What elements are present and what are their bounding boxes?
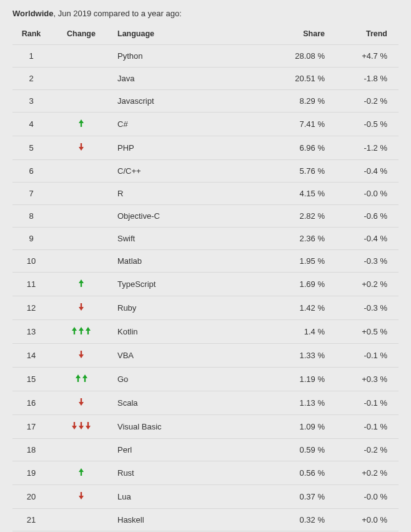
- language-cell: Python: [112, 45, 267, 68]
- change-cell: [50, 205, 112, 228]
- trend-cell: +0.3 %: [336, 368, 399, 391]
- language-cell: VBA: [112, 344, 267, 368]
- share-cell: 0.59 %: [267, 439, 336, 461]
- change-cell: [50, 273, 112, 296]
- share-cell: 8.29 %: [267, 90, 336, 113]
- language-cell: Javascript: [112, 90, 267, 113]
- share-cell: 1.4 %: [267, 320, 336, 344]
- language-cell: Go: [112, 368, 267, 391]
- share-cell: 0.56 %: [267, 461, 336, 485]
- share-cell: 1.19 %: [267, 368, 336, 391]
- rank-cell: 16: [12, 391, 50, 415]
- trend-cell: -0.4 %: [336, 228, 399, 250]
- change-cell: [50, 45, 112, 68]
- language-cell: PHP: [112, 136, 267, 160]
- change-cell: [50, 320, 112, 344]
- language-cell: Objective-C: [112, 205, 267, 228]
- trend-cell: -0.1 %: [336, 391, 399, 415]
- language-cell: TypeScript: [112, 273, 267, 296]
- table-row: 20Lua0.37 %-0.0 %: [12, 485, 399, 509]
- arrow-down-icon: [78, 491, 84, 500]
- rank-cell: 11: [12, 273, 50, 296]
- language-cell: Scala: [112, 391, 267, 415]
- change-cell: [50, 183, 112, 205]
- change-cell: [50, 485, 112, 509]
- table-row: 15Go1.19 %+0.3 %: [12, 368, 399, 391]
- share-cell: 20.51 %: [267, 68, 336, 90]
- change-cell: [50, 250, 112, 273]
- rank-cell: 13: [12, 320, 50, 344]
- change-cell: [50, 439, 112, 461]
- col-header-rank: Rank: [12, 23, 50, 45]
- col-header-share: Share: [267, 23, 336, 45]
- rank-cell: 10: [12, 250, 50, 273]
- table-row: 14VBA1.33 %-0.1 %: [12, 344, 399, 368]
- arrow-up-icon: [78, 119, 84, 128]
- trend-cell: -0.2 %: [336, 439, 399, 461]
- table-row: 8Objective-C2.82 %-0.6 %: [12, 205, 399, 228]
- rank-cell: 20: [12, 485, 50, 509]
- share-cell: 2.36 %: [267, 228, 336, 250]
- trend-cell: +0.0 %: [336, 509, 399, 531]
- share-cell: 0.32 %: [267, 509, 336, 531]
- table-caption: Worldwide, Jun 2019 compared to a year a…: [12, 9, 399, 18]
- language-cell: C#: [112, 113, 267, 136]
- trend-cell: -0.1 %: [336, 415, 399, 439]
- share-cell: 28.08 %: [267, 45, 336, 68]
- share-cell: 1.42 %: [267, 296, 336, 320]
- trend-cell: -0.3 %: [336, 250, 399, 273]
- arrow-up-icon: [75, 374, 88, 383]
- scope-rest: , Jun 2019 compared to a year ago:: [53, 9, 181, 18]
- rank-cell: 17: [12, 415, 50, 439]
- table-row: 1Python28.08 %+4.7 %: [12, 45, 399, 68]
- arrow-down-icon: [78, 303, 84, 311]
- change-cell: [50, 68, 112, 90]
- rank-cell: 4: [12, 113, 50, 136]
- trend-cell: -0.2 %: [336, 90, 399, 113]
- share-cell: 0.37 %: [267, 485, 336, 509]
- arrow-up-icon: [78, 279, 84, 288]
- trend-cell: -0.0 %: [336, 183, 399, 205]
- scope-bold: Worldwide: [12, 9, 53, 18]
- share-cell: 7.41 %: [267, 113, 336, 136]
- share-cell: 4.15 %: [267, 183, 336, 205]
- rank-cell: 2: [12, 68, 50, 90]
- table-row: 13Kotlin1.4 %+0.5 %: [12, 320, 399, 344]
- change-cell: [50, 160, 112, 183]
- table-row: 19Rust0.56 %+0.2 %: [12, 461, 399, 485]
- arrow-down-icon: [78, 350, 84, 359]
- share-cell: 1.09 %: [267, 415, 336, 439]
- share-cell: 1.13 %: [267, 391, 336, 415]
- trend-cell: -0.1 %: [336, 344, 399, 368]
- change-cell: [50, 368, 112, 391]
- language-cell: Swift: [112, 228, 267, 250]
- rank-cell: 21: [12, 509, 50, 531]
- rank-cell: 12: [12, 296, 50, 320]
- language-cell: C/C++: [112, 160, 267, 183]
- table-row: 16Scala1.13 %-0.1 %: [12, 391, 399, 415]
- arrow-down-icon: [71, 421, 91, 430]
- change-cell: [50, 344, 112, 368]
- rank-cell: 5: [12, 136, 50, 160]
- rank-cell: 3: [12, 90, 50, 113]
- col-header-trend: Trend: [336, 23, 399, 45]
- trend-cell: +0.5 %: [336, 320, 399, 344]
- language-cell: Perl: [112, 439, 267, 461]
- table-row: 3Javascript8.29 %-0.2 %: [12, 90, 399, 113]
- table-row: 21Haskell0.32 %+0.0 %: [12, 509, 399, 531]
- table-row: 5PHP6.96 %-1.2 %: [12, 136, 399, 160]
- change-cell: [50, 90, 112, 113]
- table-row: 4C#7.41 %-0.5 %: [12, 113, 399, 136]
- trend-cell: -1.2 %: [336, 136, 399, 160]
- change-cell: [50, 136, 112, 160]
- change-cell: [50, 415, 112, 439]
- rank-cell: 15: [12, 368, 50, 391]
- change-cell: [50, 509, 112, 531]
- language-cell: Matlab: [112, 250, 267, 273]
- table-header-row: Rank Change Language Share Trend: [12, 23, 399, 45]
- rank-cell: 19: [12, 461, 50, 485]
- share-cell: 2.82 %: [267, 205, 336, 228]
- arrow-up-icon: [78, 468, 84, 476]
- language-cell: Haskell: [112, 509, 267, 531]
- table-row: 2Java20.51 %-1.8 %: [12, 68, 399, 90]
